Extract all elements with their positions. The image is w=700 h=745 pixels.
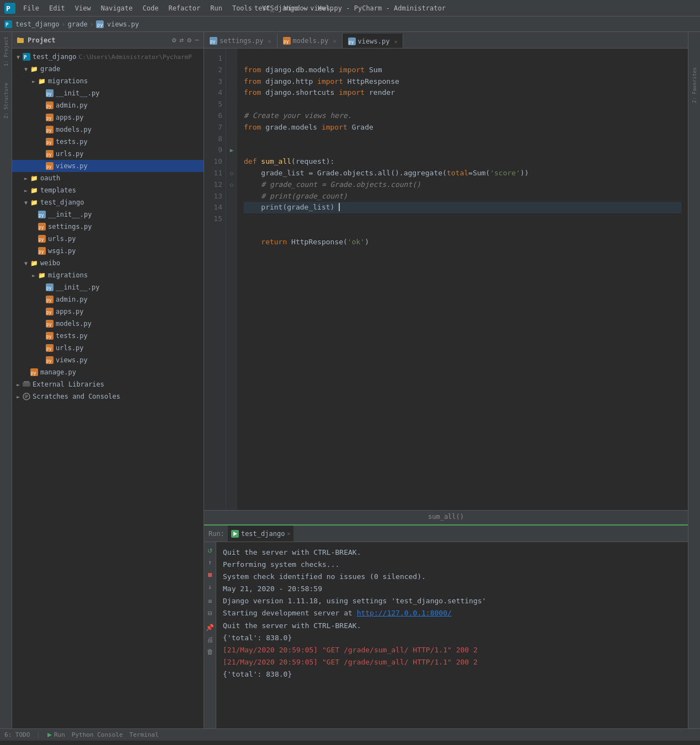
code-editor[interactable]: 12345 678910 1112131415 ▶: [204, 49, 688, 510]
bc-project[interactable]: test_django: [15, 20, 59, 28]
tree-label-tests-weibo: tests.py: [56, 332, 88, 340]
run-stop-btn[interactable]: ■: [207, 570, 213, 580]
expand-arrow: ▼: [14, 54, 22, 60]
run-tab-close[interactable]: ✕: [287, 530, 290, 537]
run-restart-btn[interactable]: ↺: [206, 544, 213, 555]
menu-refactor[interactable]: Refactor: [164, 3, 205, 13]
run-pin-btn[interactable]: 📌: [205, 623, 215, 633]
gutter-11: ○: [226, 168, 237, 179]
tree-item-apps-weibo[interactable]: py apps.py: [12, 305, 204, 318]
tree-item-urls-td[interactable]: py urls.py: [12, 233, 204, 245]
tab-views-close[interactable]: ✕: [394, 39, 397, 45]
tree-item-urls-grade[interactable]: py urls.py: [12, 148, 204, 160]
py-file-icon: py: [38, 234, 46, 243]
bc-views[interactable]: views.py: [107, 20, 139, 28]
favorites-tool-btn[interactable]: 2: Favorites: [691, 65, 698, 105]
menu-view[interactable]: View: [71, 3, 95, 13]
bc-grade[interactable]: grade: [68, 20, 88, 28]
tree-item-weibo[interactable]: ▼ 📁 weibo: [12, 257, 204, 269]
project-tool-btn[interactable]: 1: Project: [2, 34, 10, 68]
py-file-icon: py: [45, 89, 54, 98]
expand-arrow: ▼: [22, 260, 30, 266]
sb-sep1: |: [36, 731, 40, 738]
svg-text:py: py: [39, 249, 44, 254]
svg-text:py: py: [46, 298, 52, 303]
run-tab[interactable]: test_django ✕: [228, 526, 294, 542]
menu-run[interactable]: Run: [206, 3, 227, 13]
run-wrap-btn[interactable]: ≡: [207, 596, 213, 606]
tree-item-scratches[interactable]: ► Scratches and Consoles: [12, 390, 204, 403]
run-tab-label: test_django: [241, 530, 285, 538]
tree-item-settings-td[interactable]: py settings.py: [12, 221, 204, 233]
editor-status-bar: sum_all(): [204, 510, 688, 522]
tree-item-apps-grade[interactable]: py apps.py: [12, 111, 204, 124]
settings-gear-icon[interactable]: ⚙: [172, 36, 177, 44]
tree-item-migrations-weibo[interactable]: ► 📁 migrations: [12, 269, 204, 281]
gutter-8: [226, 133, 237, 145]
run-output-line-2: Performing system checks...: [223, 559, 681, 571]
menu-tools[interactable]: Tools: [228, 3, 257, 13]
tab-views[interactable]: py views.py ✕: [343, 34, 404, 48]
tree-label-scratches: Scratches and Consoles: [33, 393, 120, 400]
run-output-line-6: Django version 1.11.18, using settings '…: [223, 595, 681, 607]
tree-label-migrations-weibo: migrations: [48, 271, 88, 279]
run-output-line-8: Quit the server with CTRL-BREAK.: [223, 620, 681, 632]
menu-code[interactable]: Code: [138, 3, 163, 13]
tree-item-views-grade[interactable]: py views.py: [12, 160, 204, 172]
sb-python-console[interactable]: Python Console: [72, 731, 123, 738]
tree-item-tests-grade[interactable]: py tests.py: [12, 136, 204, 148]
tree-item-admin-weibo[interactable]: py admin.py: [12, 293, 204, 305]
menu-navigate[interactable]: Navigate: [97, 3, 137, 13]
tree-item-wsgi-td[interactable]: py wsgi.py: [12, 245, 204, 257]
tree-label-grade: grade: [40, 65, 60, 73]
sb-run-btn[interactable]: Run: [47, 731, 65, 738]
tree-item-ext-libs[interactable]: ► External Libraries: [12, 378, 204, 390]
tree-item-td-pkg[interactable]: ▼ 📁 test_django: [12, 196, 204, 208]
tab-models[interactable]: py models.py ✕: [277, 34, 343, 48]
tree-item-models-grade[interactable]: py models.py: [12, 124, 204, 136]
run-filter-btn[interactable]: ⊟: [207, 608, 213, 618]
tree-item-migrations[interactable]: ► 📁 migrations: [12, 75, 204, 87]
tree-label-manage: manage.py: [40, 368, 76, 376]
tree-item-urls-weibo[interactable]: py urls.py: [12, 342, 204, 354]
titlebar: P File Edit View Navigate Code Refactor …: [0, 0, 700, 17]
tree-label-tests-grade: tests.py: [56, 138, 88, 146]
tree-item-manage[interactable]: py manage.py: [12, 366, 204, 378]
close-panel-icon[interactable]: −: [195, 36, 199, 44]
folder-icon: 📁: [30, 65, 39, 73]
tree-item-models-weibo[interactable]: py models.py: [12, 318, 204, 330]
panel-settings-icon[interactable]: ⚙: [187, 36, 191, 44]
tree-item-grade[interactable]: ▼ 📁 grade: [12, 63, 204, 75]
svg-text:py: py: [46, 346, 52, 351]
models-tab-icon: py: [283, 37, 291, 45]
run-scroll-up-btn[interactable]: ↑: [207, 558, 213, 567]
tab-models-close[interactable]: ✕: [333, 38, 336, 44]
sb-terminal[interactable]: Terminal: [130, 731, 159, 738]
tree-item-oauth[interactable]: ► 📁 oauth: [12, 172, 204, 184]
tree-item-admin-grade[interactable]: py admin.py: [12, 99, 204, 111]
tree-item-init-grade[interactable]: py __init__.py: [12, 87, 204, 99]
tree-item-init-td[interactable]: py __init__.py: [12, 208, 204, 221]
tree-item-views-weibo[interactable]: py views.py: [12, 354, 204, 366]
svg-text:P: P: [24, 55, 27, 60]
gutter-13: [226, 191, 237, 202]
tab-settings[interactable]: py settings.py ✕: [204, 34, 277, 48]
tree-label-urls-grade: urls.py: [56, 150, 84, 158]
structure-tool-btn[interactable]: Z: Structure: [2, 81, 10, 121]
sync-icon[interactable]: ⇄: [180, 36, 184, 44]
py-file-icon: py: [45, 283, 54, 292]
tree-label-oauth: oauth: [40, 174, 60, 182]
tree-item-init-weibo[interactable]: py __init__.py: [12, 281, 204, 293]
sb-todo[interactable]: 6: TODO: [4, 731, 30, 738]
code-content[interactable]: from django.db.models import Sum from dj…: [237, 49, 688, 510]
run-print-btn[interactable]: 🖨: [206, 635, 215, 645]
run-delete-btn[interactable]: 🗑: [206, 647, 215, 657]
tab-settings-close[interactable]: ✕: [268, 38, 271, 44]
tree-item-tests-weibo[interactable]: py tests.py: [12, 330, 204, 342]
menu-file[interactable]: File: [19, 3, 44, 13]
run-scroll-down-btn[interactable]: ↓: [207, 582, 213, 592]
menu-edit[interactable]: Edit: [45, 3, 70, 13]
tree-item-templates[interactable]: ► 📁 templates: [12, 184, 204, 196]
server-url-link[interactable]: http://127.0.0.1:8000/: [357, 609, 452, 617]
tree-item-root[interactable]: ▼ P test_django C:\Users\Administrator\P…: [12, 51, 204, 63]
